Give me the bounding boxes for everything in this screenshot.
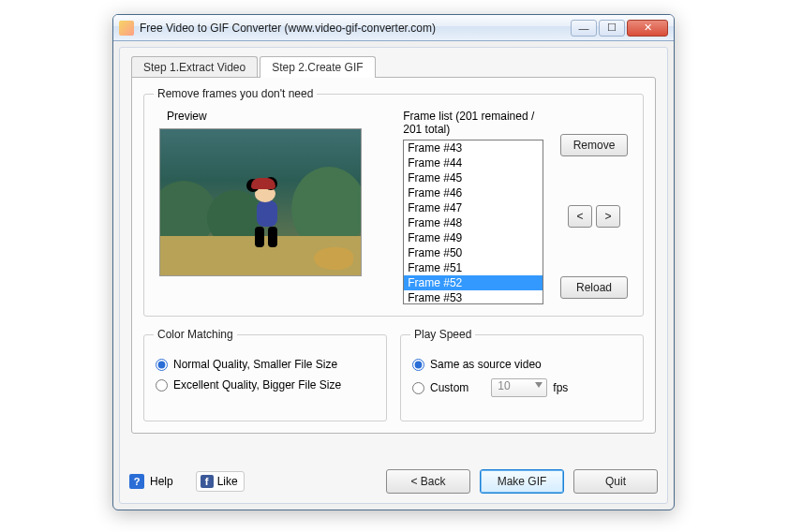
frame-list-label: Frame list (201 remained / 201 total): [403, 110, 543, 136]
tab-panel-step2: Remove frames you don't need Preview: [131, 77, 656, 434]
frame-list-item[interactable]: Frame #52: [404, 275, 543, 290]
frame-list-item[interactable]: Frame #48: [404, 215, 543, 230]
radio-normal-quality-label: Normal Quality, Smaller File Size: [173, 358, 337, 371]
chevron-down-icon: [535, 382, 543, 388]
radio-custom-speed-input[interactable]: [412, 382, 424, 394]
color-matching-group: Color Matching Normal Quality, Smaller F…: [143, 328, 387, 421]
client-area: Step 1.Extract Video Step 2.Create GIF R…: [119, 47, 668, 504]
radio-same-speed-label: Same as source video: [430, 358, 542, 371]
radio-excellent-quality-input[interactable]: [156, 379, 168, 392]
frame-list-item[interactable]: Frame #44: [404, 155, 543, 170]
frame-list-item[interactable]: Frame #49: [404, 230, 543, 245]
frame-list-item[interactable]: Frame #46: [404, 185, 543, 200]
frame-list-item[interactable]: Frame #45: [404, 170, 543, 185]
prev-frame-button[interactable]: <: [568, 205, 592, 228]
maximize-button[interactable]: ☐: [599, 20, 625, 37]
frame-list-item[interactable]: Frame #43: [404, 140, 543, 155]
app-icon: [119, 21, 134, 36]
remove-frames-group: Remove frames you don't need Preview: [143, 87, 644, 317]
frame-list[interactable]: Frame #43Frame #44Frame #45Frame #46Fram…: [403, 140, 543, 304]
color-matching-legend: Color Matching: [154, 328, 237, 341]
radio-normal-quality-input[interactable]: [156, 359, 168, 371]
window-title: Free Video to GIF Converter (www.video-g…: [140, 22, 571, 35]
fps-value: 10: [498, 379, 510, 392]
facebook-like-label: Like: [217, 475, 238, 488]
radio-custom-speed-label: Custom: [430, 381, 468, 394]
remove-button[interactable]: Remove: [560, 134, 628, 156]
help-icon[interactable]: ?: [129, 474, 144, 489]
play-speed-legend: Play Speed: [410, 328, 475, 341]
frame-list-item[interactable]: Frame #51: [404, 260, 543, 275]
radio-same-speed[interactable]: Same as source video: [412, 358, 633, 371]
quit-button[interactable]: Quit: [573, 469, 658, 494]
minimize-button[interactable]: —: [571, 20, 597, 37]
radio-custom-speed[interactable]: Custom 10 fps: [412, 378, 633, 397]
footer-bar: ? Help f Like < Back Make GIF Quit: [129, 469, 658, 494]
next-frame-button[interactable]: >: [596, 205, 620, 228]
play-speed-group: Play Speed Same as source video Custom 1…: [400, 328, 644, 421]
remove-frames-legend: Remove frames you don't need: [154, 87, 317, 100]
frame-list-item[interactable]: Frame #50: [404, 245, 543, 260]
preview-image: [159, 128, 362, 276]
facebook-icon: f: [201, 475, 214, 488]
titlebar[interactable]: Free Video to GIF Converter (www.video-g…: [113, 15, 674, 41]
reload-button[interactable]: Reload: [560, 276, 628, 299]
frame-list-item[interactable]: Frame #47: [404, 200, 543, 215]
make-gif-button[interactable]: Make GIF: [480, 469, 564, 494]
back-button[interactable]: < Back: [386, 469, 470, 494]
tab-step1[interactable]: Step 1.Extract Video: [131, 56, 258, 78]
radio-normal-quality[interactable]: Normal Quality, Smaller File Size: [156, 358, 377, 371]
radio-same-speed-input[interactable]: [412, 359, 424, 371]
radio-excellent-quality-label: Excellent Quality, Bigger File Size: [173, 378, 341, 392]
fps-unit-label: fps: [553, 381, 568, 394]
preview-label: Preview: [167, 110, 403, 123]
app-window: Free Video to GIF Converter (www.video-g…: [112, 14, 675, 510]
radio-excellent-quality[interactable]: Excellent Quality, Bigger File Size: [156, 378, 377, 392]
facebook-like-button[interactable]: f Like: [196, 471, 245, 492]
tab-strip: Step 1.Extract Video Step 2.Create GIF: [131, 55, 656, 77]
close-button[interactable]: ✕: [627, 20, 668, 37]
frame-list-item[interactable]: Frame #53: [404, 290, 543, 304]
tab-step2[interactable]: Step 2.Create GIF: [260, 56, 375, 78]
help-link[interactable]: Help: [150, 475, 173, 488]
fps-dropdown[interactable]: 10: [491, 378, 547, 397]
